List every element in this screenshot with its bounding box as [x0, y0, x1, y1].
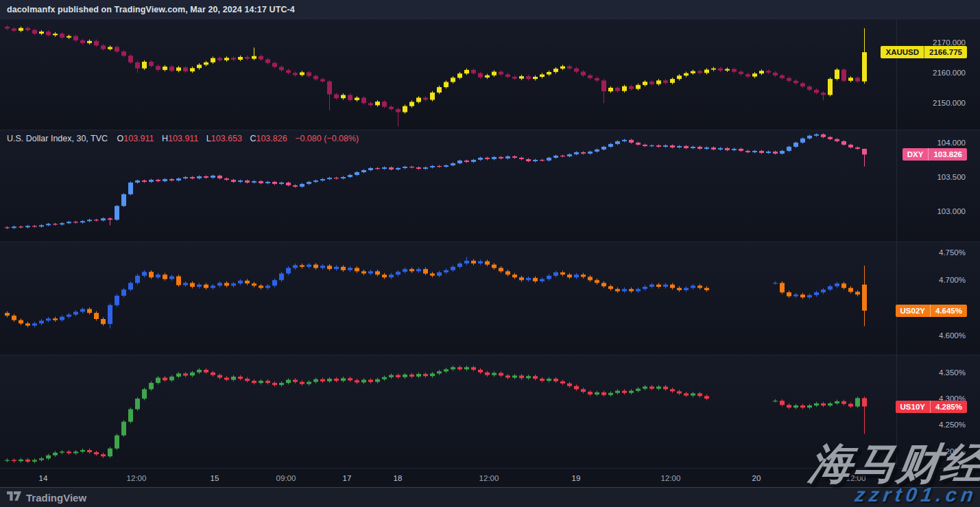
candle — [697, 284, 702, 290]
candle — [156, 179, 160, 182]
candle — [231, 375, 236, 381]
candle — [183, 176, 188, 180]
candle — [368, 167, 373, 172]
candle — [32, 458, 37, 463]
candle — [560, 64, 565, 70]
candle — [560, 380, 565, 386]
candle — [608, 86, 613, 93]
candle — [265, 181, 270, 185]
candle — [67, 221, 71, 224]
candle — [169, 65, 174, 73]
y-axis-label: 2160.000 — [933, 69, 966, 77]
candle — [389, 273, 394, 279]
candle — [348, 377, 352, 382]
candle — [300, 263, 304, 268]
candle — [807, 134, 812, 139]
candle — [334, 177, 339, 180]
badge-symbol: US02Y — [896, 305, 930, 317]
candle — [670, 144, 675, 148]
candle — [217, 373, 222, 379]
candle — [814, 89, 819, 95]
candle — [636, 141, 641, 145]
candle — [821, 402, 826, 408]
time-axis-time-label: 12:00 — [846, 474, 866, 482]
candles-dxy[interactable] — [0, 130, 896, 241]
panel-dxy[interactable]: U.S. Dollar Index, 30, TVC O103.911 H103… — [0, 130, 980, 241]
legend-title: U.S. Dollar Index, 30, TVC — [7, 134, 108, 143]
candle — [307, 263, 311, 268]
candles-xauusd[interactable] — [0, 19, 896, 130]
candle — [300, 71, 304, 76]
candle — [169, 274, 174, 281]
legend-close: C103.826 — [250, 134, 287, 143]
candle — [430, 272, 435, 277]
candle — [286, 266, 291, 275]
candle — [622, 287, 627, 293]
candle — [492, 70, 497, 77]
time-axis-time-label: 12:00 — [661, 474, 681, 482]
price-badge-us02y: US02Y 4.645% — [896, 305, 967, 317]
candle — [656, 144, 661, 148]
candle — [12, 314, 16, 322]
candle — [197, 176, 202, 180]
symbol-legend[interactable]: U.S. Dollar Index, 30, TVC O103.911 H103… — [7, 134, 359, 143]
candle — [416, 167, 421, 170]
candle — [697, 70, 702, 75]
candle — [279, 272, 284, 282]
candle — [224, 281, 229, 287]
candle — [176, 372, 181, 378]
tradingview-wordmark[interactable]: TradingView — [26, 492, 86, 504]
panel-xauusd[interactable]: XAUUSD 2166.775 2170.0002160.0002150.000 — [0, 19, 980, 130]
candle — [368, 270, 373, 275]
candle — [286, 378, 291, 384]
time-axis-date-label: 18 — [394, 474, 403, 482]
candle — [389, 105, 394, 110]
candle — [416, 96, 421, 104]
candle — [574, 67, 579, 73]
candles-us10y[interactable] — [0, 355, 896, 468]
candle — [457, 160, 462, 165]
candle — [464, 69, 469, 75]
candle — [169, 375, 174, 382]
candle — [272, 381, 277, 387]
candle — [464, 257, 469, 265]
candle — [704, 286, 709, 292]
candle — [115, 294, 119, 307]
time-axis-date-label: 14 — [39, 474, 48, 482]
candle — [121, 420, 126, 437]
candle — [259, 284, 263, 290]
candle — [841, 282, 846, 290]
candle — [670, 78, 675, 84]
candle — [368, 102, 373, 107]
candle — [12, 458, 16, 462]
chart-area: XAUUSD 2166.775 2170.0002160.0002150.000… — [0, 19, 980, 468]
panel-us10y[interactable]: US10Y 4.285% 4.350%4.300%4.250%4.200% — [0, 355, 980, 468]
candle — [547, 274, 551, 281]
candle — [478, 259, 483, 265]
candle — [478, 368, 483, 374]
candle — [204, 176, 208, 179]
candle — [601, 391, 606, 397]
candle — [121, 288, 126, 298]
candle — [396, 270, 401, 276]
candle — [526, 75, 531, 80]
candle — [848, 143, 853, 148]
candles-us02y[interactable] — [0, 242, 896, 355]
candle — [718, 147, 723, 150]
tradingview-logo-icon[interactable] — [7, 491, 21, 504]
candle — [828, 78, 833, 97]
candle — [444, 268, 449, 274]
time-axis[interactable]: 1412:001509:00171812:001912:002012:00 — [0, 468, 980, 487]
candle — [595, 391, 599, 397]
candle — [389, 373, 394, 379]
candle — [238, 180, 243, 183]
candle — [773, 71, 778, 77]
candle — [656, 283, 661, 288]
candle — [163, 273, 167, 281]
candle — [252, 282, 256, 287]
candle — [156, 273, 160, 279]
footer: TradingView — [0, 487, 980, 507]
candle — [807, 404, 812, 410]
candle — [341, 266, 346, 272]
panel-us02y[interactable]: US02Y 4.645% 4.750%4.700%4.650%4.600% — [0, 241, 980, 355]
